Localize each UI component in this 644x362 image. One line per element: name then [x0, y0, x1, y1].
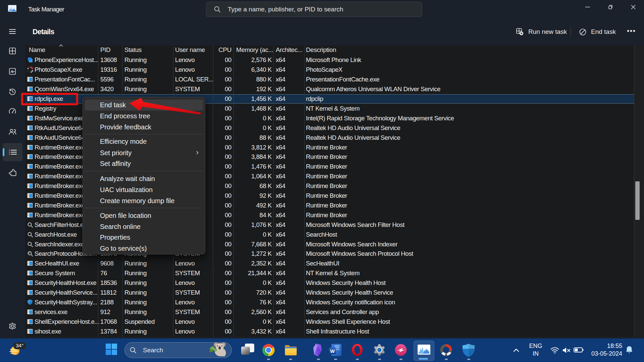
svg-text:W: W	[330, 349, 335, 354]
